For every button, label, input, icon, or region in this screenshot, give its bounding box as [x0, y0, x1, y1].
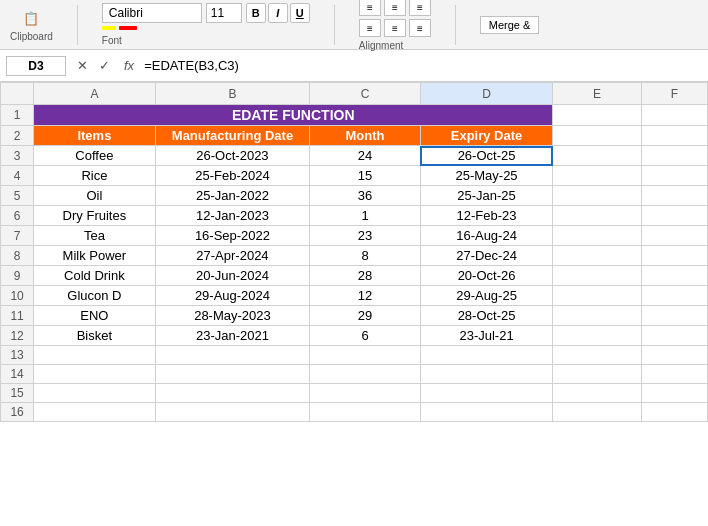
- cell-a9[interactable]: Cold Drink: [34, 266, 156, 286]
- confirm-formula-icon[interactable]: ✓: [94, 56, 114, 76]
- formula-input[interactable]: [144, 58, 702, 73]
- cell-e6[interactable]: [553, 206, 641, 226]
- cell-d6[interactable]: 12-Feb-23: [420, 206, 553, 226]
- cell-c5[interactable]: 36: [310, 186, 420, 206]
- cell-b9[interactable]: 20-Jun-2024: [155, 266, 310, 286]
- cell-f5[interactable]: [641, 186, 707, 206]
- cell-d13[interactable]: [420, 346, 553, 365]
- cell-a7[interactable]: Tea: [34, 226, 156, 246]
- cell-b15[interactable]: [155, 384, 310, 403]
- cell-d8[interactable]: 27-Dec-24: [420, 246, 553, 266]
- cell-a15[interactable]: [34, 384, 156, 403]
- align-top-left-button[interactable]: ≡: [359, 0, 381, 16]
- cell-c10[interactable]: 12: [310, 286, 420, 306]
- cell-f7[interactable]: [641, 226, 707, 246]
- cell-a14[interactable]: [34, 365, 156, 384]
- cell-f1[interactable]: [641, 105, 707, 126]
- col-header-a[interactable]: A: [34, 83, 156, 105]
- align-bottom-right-button[interactable]: ≡: [409, 19, 431, 37]
- cell-a6[interactable]: Dry Fruites: [34, 206, 156, 226]
- cell-e15[interactable]: [553, 384, 641, 403]
- cell-b4[interactable]: 25-Feb-2024: [155, 166, 310, 186]
- cell-c11[interactable]: 29: [310, 306, 420, 326]
- cell-a4[interactable]: Rice: [34, 166, 156, 186]
- cell-c14[interactable]: [310, 365, 420, 384]
- italic-button[interactable]: I: [268, 3, 288, 23]
- cell-e9[interactable]: [553, 266, 641, 286]
- font-size-input[interactable]: [206, 3, 242, 23]
- col-header-e[interactable]: E: [553, 83, 641, 105]
- cell-e11[interactable]: [553, 306, 641, 326]
- cell-e7[interactable]: [553, 226, 641, 246]
- cell-d4[interactable]: 25-May-25: [420, 166, 553, 186]
- align-bottom-center-button[interactable]: ≡: [384, 19, 406, 37]
- col-header-b[interactable]: B: [155, 83, 310, 105]
- cell-f12[interactable]: [641, 326, 707, 346]
- cell-d16[interactable]: [420, 403, 553, 422]
- cell-f13[interactable]: [641, 346, 707, 365]
- cell-f9[interactable]: [641, 266, 707, 286]
- cell-f16[interactable]: [641, 403, 707, 422]
- cell-a10[interactable]: Glucon D: [34, 286, 156, 306]
- cell-b16[interactable]: [155, 403, 310, 422]
- cell-a8[interactable]: Milk Power: [34, 246, 156, 266]
- cell-f2[interactable]: [641, 126, 707, 146]
- cell-c6[interactable]: 1: [310, 206, 420, 226]
- cell-f4[interactable]: [641, 166, 707, 186]
- cell-e14[interactable]: [553, 365, 641, 384]
- header-month[interactable]: Month: [310, 126, 420, 146]
- bold-button[interactable]: B: [246, 3, 266, 23]
- font-name-input[interactable]: [102, 3, 202, 23]
- col-header-c[interactable]: C: [310, 83, 420, 105]
- col-header-d[interactable]: D: [420, 83, 553, 105]
- cell-c12[interactable]: 6: [310, 326, 420, 346]
- cell-c13[interactable]: [310, 346, 420, 365]
- cell-b14[interactable]: [155, 365, 310, 384]
- align-top-center-button[interactable]: ≡: [384, 0, 406, 16]
- cell-a13[interactable]: [34, 346, 156, 365]
- cell-a16[interactable]: [34, 403, 156, 422]
- header-mfg-date[interactable]: Manufacturing Date: [155, 126, 310, 146]
- cell-d7[interactable]: 16-Aug-24: [420, 226, 553, 246]
- cell-e1[interactable]: [553, 105, 641, 126]
- cell-f10[interactable]: [641, 286, 707, 306]
- cell-c7[interactable]: 23: [310, 226, 420, 246]
- cell-f15[interactable]: [641, 384, 707, 403]
- cell-e3[interactable]: [553, 146, 641, 166]
- cell-c4[interactable]: 15: [310, 166, 420, 186]
- cell-a3[interactable]: Coffee: [34, 146, 156, 166]
- cell-d3[interactable]: 26-Oct-25: [420, 146, 553, 166]
- cell-d5[interactable]: 25-Jan-25: [420, 186, 553, 206]
- align-bottom-left-button[interactable]: ≡: [359, 19, 381, 37]
- header-items[interactable]: Items: [34, 126, 156, 146]
- cell-a5[interactable]: Oil: [34, 186, 156, 206]
- cell-b3[interactable]: 26-Oct-2023: [155, 146, 310, 166]
- cell-f3[interactable]: [641, 146, 707, 166]
- cell-d11[interactable]: 28-Oct-25: [420, 306, 553, 326]
- cell-f6[interactable]: [641, 206, 707, 226]
- cancel-formula-icon[interactable]: ✕: [72, 56, 92, 76]
- cell-c8[interactable]: 8: [310, 246, 420, 266]
- cell-e2[interactable]: [553, 126, 641, 146]
- cell-b8[interactable]: 27-Apr-2024: [155, 246, 310, 266]
- cell-e16[interactable]: [553, 403, 641, 422]
- cell-a12[interactable]: Bisket: [34, 326, 156, 346]
- cell-f8[interactable]: [641, 246, 707, 266]
- cell-d10[interactable]: 29-Aug-25: [420, 286, 553, 306]
- cell-f11[interactable]: [641, 306, 707, 326]
- cell-e12[interactable]: [553, 326, 641, 346]
- cell-d14[interactable]: [420, 365, 553, 384]
- cell-d12[interactable]: 23-Jul-21: [420, 326, 553, 346]
- cell-b13[interactable]: [155, 346, 310, 365]
- cell-c15[interactable]: [310, 384, 420, 403]
- header-expiry-date[interactable]: Expiry Date: [420, 126, 553, 146]
- title-cell[interactable]: EDATE FUNCTION: [34, 105, 553, 126]
- underline-button[interactable]: U: [290, 3, 310, 23]
- cell-d15[interactable]: [420, 384, 553, 403]
- col-header-f[interactable]: F: [641, 83, 707, 105]
- cell-c9[interactable]: 28: [310, 266, 420, 286]
- paste-icon[interactable]: 📋: [20, 7, 42, 29]
- cell-f14[interactable]: [641, 365, 707, 384]
- cell-c16[interactable]: [310, 403, 420, 422]
- cell-e4[interactable]: [553, 166, 641, 186]
